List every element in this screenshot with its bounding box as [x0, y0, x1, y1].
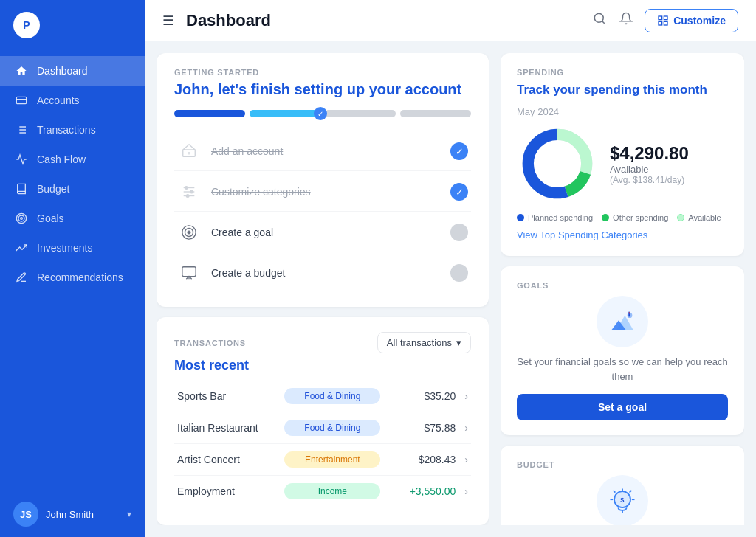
lightbulb-icon: $ — [606, 485, 639, 517]
sidebar-nav: Dashboard Accounts Transactions Cash Flo… — [0, 50, 145, 491]
goal-step-icon — [177, 221, 201, 244]
tx-amount: $75.88 — [389, 422, 456, 434]
set-goal-button[interactable]: Set a goal — [517, 394, 728, 420]
budget-icon-wrap: $ — [597, 475, 648, 525]
svg-rect-22 — [182, 267, 196, 277]
setup-step-customize: Customize categories ✓ — [174, 173, 471, 212]
sidebar-item-investments[interactable]: Investments — [0, 233, 145, 263]
sidebar-item-budget[interactable]: Budget — [0, 174, 145, 204]
tx-badge: Food & Dining — [284, 420, 380, 436]
sliders-icon — [177, 180, 201, 204]
mountain-icon — [608, 307, 637, 336]
view-spending-link[interactable]: View Top Spending Categories — [517, 229, 647, 240]
topbar: ☰ Dashboard Customize — [145, 0, 756, 41]
chevron-icon: ▾ — [456, 337, 461, 348]
budget-section-label: BUDGET — [517, 460, 728, 469]
sidebar-item-recommendations[interactable]: Recommendations — [0, 263, 145, 292]
spending-info: $4,290.80 Available (Avg. $138.41/day) — [610, 143, 728, 185]
goals-card: GOALS Set your financial goals so we can… — [501, 266, 744, 435]
sidebar-item-accounts[interactable]: Accounts — [0, 86, 145, 115]
budget-card: BUDGET $ C — [501, 446, 744, 525]
svg-rect-0 — [16, 97, 26, 103]
legend-item-available: Available — [677, 213, 721, 222]
user-profile[interactable]: JS John Smith ▾ — [0, 491, 145, 537]
progress-bar: ✓ — [174, 110, 471, 117]
customize-button[interactable]: Customize — [645, 9, 738, 32]
transactions-label: TRANSACTIONS — [174, 339, 377, 347]
notification-icon[interactable] — [619, 12, 633, 29]
step-check-pending-2 — [450, 264, 468, 282]
chevron-right-icon: › — [464, 390, 468, 402]
spending-month: May 2024 — [517, 106, 728, 117]
progress-segment-3 — [325, 110, 396, 117]
cashflow-icon — [15, 153, 28, 166]
main-content: ☰ Dashboard Customize GETTING STARTED Jo… — [145, 0, 756, 537]
right-column: SPENDING Track your spending this month … — [501, 53, 744, 525]
user-name: John Smith — [46, 509, 120, 520]
sidebar-item-transactions[interactable]: Transactions — [0, 115, 145, 145]
sidebar-item-cashflow[interactable]: Cash Flow — [0, 145, 145, 174]
svg-line-6 — [602, 21, 605, 23]
spending-chart-row: $4,290.80 Available (Avg. $138.41/day) — [517, 123, 728, 204]
goals-section-label: GOALS — [517, 281, 728, 290]
setup-step-budget[interactable]: Create a budget — [174, 254, 471, 292]
investments-icon — [15, 241, 28, 254]
sidebar-item-dashboard[interactable]: Dashboard — [0, 56, 145, 86]
menu-icon[interactable]: ☰ — [162, 13, 174, 29]
svg-rect-9 — [664, 21, 668, 25]
chevron-right-icon: › — [464, 454, 468, 465]
tx-amount: $35.20 — [389, 390, 456, 402]
step-check-done-1: ✓ — [450, 142, 468, 160]
svg-point-4 — [21, 218, 23, 220]
legend-dot-planned — [517, 214, 524, 221]
content-area: GETTING STARTED John, let's finish setti… — [145, 41, 756, 537]
budget-step-icon — [177, 261, 201, 285]
step-text-add-account: Add an account — [211, 145, 440, 157]
spending-legend: Planned spending Other spending Availabl… — [517, 213, 728, 222]
step-text-budget: Create a budget — [211, 267, 440, 279]
setup-step-goal[interactable]: Create a goal — [174, 213, 471, 252]
legend-item-planned: Planned spending — [517, 213, 593, 222]
tx-name: Sports Bar — [177, 390, 275, 402]
tx-name: Italian Restaurant — [177, 422, 275, 434]
chevron-right-icon: › — [464, 422, 468, 434]
budget-icon — [15, 182, 28, 195]
goals-description: Set your financial goals so we can help … — [517, 355, 728, 384]
svg-rect-10 — [659, 21, 662, 25]
home-icon — [15, 64, 28, 77]
step-check-pending-1 — [450, 224, 468, 241]
accounts-icon — [15, 94, 28, 107]
step-text-customize: Customize categories — [211, 186, 440, 198]
spending-available-label: Available — [610, 164, 728, 175]
setup-steps: Add an account ✓ Customize categories ✓ — [174, 132, 471, 292]
step-text-goal: Create a goal — [211, 226, 440, 238]
table-row[interactable]: Italian Restaurant Food & Dining $75.88 … — [174, 412, 471, 444]
getting-started-title: John, let's finish setting up your accou… — [174, 81, 471, 98]
svg-rect-8 — [664, 16, 668, 20]
table-row[interactable]: Credit Credit +82.45 › — [174, 507, 471, 510]
tx-badge: Income — [284, 483, 380, 499]
transaction-list: Sports Bar Food & Dining $35.20 › Italia… — [174, 381, 471, 510]
getting-started-card: GETTING STARTED John, let's finish setti… — [157, 53, 489, 307]
svg-point-18 — [186, 195, 189, 198]
spending-amount: $4,290.80 — [610, 143, 728, 164]
sidebar-item-goals[interactable]: Goals — [0, 204, 145, 233]
table-row[interactable]: Artist Concert Entertainment $208.43 › — [174, 444, 471, 476]
transactions-card: TRANSACTIONS All transactions ▾ Most rec… — [157, 317, 489, 525]
spending-title: Track your spending this month — [517, 83, 728, 97]
sidebar: P Dashboard Accounts Transactions — [0, 0, 145, 537]
filter-button[interactable]: All transactions ▾ — [377, 332, 471, 353]
legend-dot-available — [677, 214, 684, 221]
table-row[interactable]: Sports Bar Food & Dining $35.20 › — [174, 381, 471, 412]
search-icon[interactable] — [593, 12, 606, 29]
topbar-icons — [593, 12, 633, 29]
table-row[interactable]: Employment Income +3,550.00 › — [174, 476, 471, 507]
goals-icon — [15, 212, 28, 225]
svg-line-39 — [630, 491, 632, 493]
progress-segment-1 — [174, 110, 245, 117]
donut-chart — [517, 123, 598, 204]
chevron-right-icon: › — [464, 485, 468, 497]
goals-icon-wrap — [597, 296, 648, 347]
transactions-header: TRANSACTIONS All transactions ▾ — [174, 332, 471, 353]
spending-avg: (Avg. $138.41/day) — [610, 175, 728, 185]
